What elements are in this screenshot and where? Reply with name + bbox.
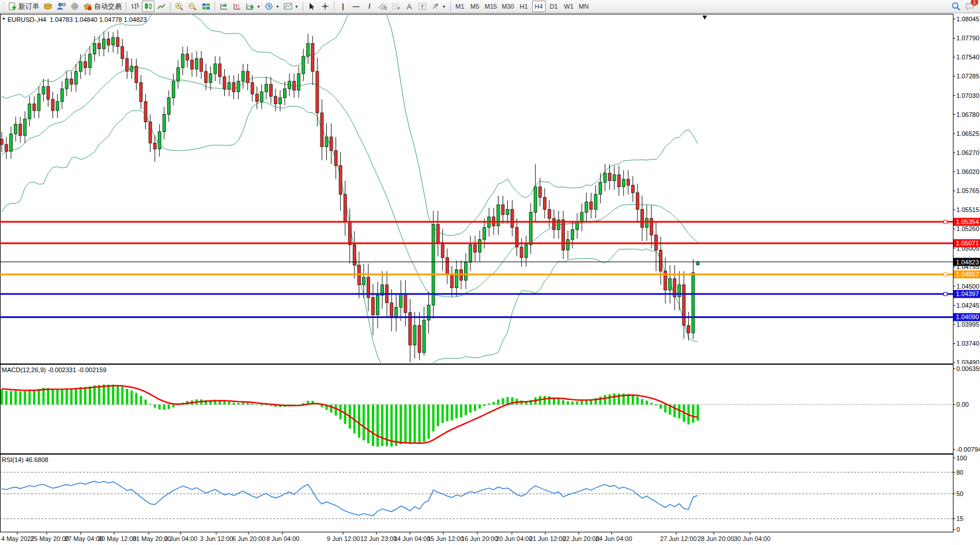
label-button[interactable]: T (416, 1, 429, 12)
svg-text:E: E (385, 6, 387, 10)
timeframe-button-m5[interactable]: M5 (468, 1, 482, 12)
periods-button[interactable]: ▼ (263, 1, 281, 12)
timeframe-button-m15[interactable]: M15 (483, 1, 499, 12)
autoscroll-button[interactable] (217, 1, 230, 12)
svg-text:0: 0 (956, 526, 960, 532)
svg-text:1.06780: 1.06780 (956, 111, 979, 118)
macd-pane[interactable]: 0.0063590.00-0.007949 (0, 364, 980, 454)
templates-icon (284, 2, 292, 10)
svg-text:100: 100 (956, 455, 967, 461)
templates-caret-icon: ▼ (295, 5, 299, 9)
chart-menu-arrow-icon[interactable]: ▼ (2, 17, 6, 21)
time-axis[interactable]: 4 May 202225 May 20:0027 May 04:0030 May… (0, 532, 980, 545)
market-watch-button[interactable] (42, 1, 54, 12)
svg-text:1.05765: 1.05765 (956, 187, 979, 194)
trendline-button[interactable]: / (363, 1, 376, 12)
periods-caret-icon: ▼ (276, 5, 280, 9)
signals-icon: @ (70, 2, 79, 10)
bar-chart-icon (131, 2, 140, 10)
timeframe-button-h1[interactable]: H1 (517, 1, 531, 12)
hline-handle[interactable] (944, 220, 947, 224)
autotrading-label: 自动交易 (94, 2, 122, 12)
new-order-button[interactable]: 新订单 (6, 1, 41, 12)
svg-text:1.03490: 1.03490 (956, 359, 979, 364)
horizontal-line-button[interactable]: — (350, 1, 363, 12)
svg-text:8 Jun 04:00: 8 Jun 04:00 (266, 535, 300, 542)
text-button[interactable]: A (403, 1, 416, 12)
svg-text:1.04397: 1.04397 (956, 290, 979, 297)
crosshair-button[interactable] (319, 1, 331, 12)
timeframe-button-m1[interactable]: M1 (453, 1, 467, 12)
search-icon (951, 2, 961, 11)
navigator-icon (56, 2, 66, 10)
svg-text:1.04090: 1.04090 (956, 313, 979, 320)
search-button[interactable] (949, 1, 963, 12)
svg-text:14 Jun 04:00: 14 Jun 04:00 (394, 535, 431, 542)
svg-text:6 Jun 20:00: 6 Jun 20:00 (232, 535, 266, 542)
svg-text:-0.007949: -0.007949 (956, 446, 980, 453)
price-chart-pane[interactable]: 1.080451.077901.075401.072851.070301.067… (0, 14, 980, 364)
signals-button[interactable]: @ (68, 1, 81, 12)
toolbar-grip (2, 2, 5, 11)
notifications-button[interactable]: 1 (963, 1, 977, 12)
tile-windows-button[interactable] (199, 1, 212, 12)
svg-text:1.04500: 1.04500 (956, 283, 979, 290)
timeframe-button-m30[interactable]: M30 (500, 1, 515, 12)
zoom-out-icon (188, 2, 197, 11)
channel-button[interactable]: E (376, 1, 389, 12)
svg-text:F: F (398, 6, 400, 10)
zoom-in-button[interactable] (173, 1, 186, 12)
svg-text:1.05354: 1.05354 (956, 218, 979, 225)
svg-text:0.006359: 0.006359 (956, 365, 980, 372)
shapes-arrows-icon (431, 2, 440, 10)
timeframe-button-h4[interactable]: H4 (532, 1, 546, 12)
autotrading-button[interactable]: 自动交易 (81, 1, 123, 12)
mt4-window: { "toolbar": { "new_order_label": "新订单",… (0, 0, 980, 545)
svg-text:24 Jun 04:00: 24 Jun 04:00 (595, 535, 632, 542)
chart-shift-button[interactable] (231, 1, 243, 12)
svg-text:1.06525: 1.06525 (956, 130, 979, 137)
vertical-line-button[interactable]: | (337, 1, 349, 12)
crosshair-icon (321, 2, 329, 10)
bar-chart-button[interactable] (129, 1, 141, 12)
svg-text:21 Jun 12:00: 21 Jun 12:00 (529, 535, 566, 542)
svg-text:4 May 2022: 4 May 2022 (1, 535, 34, 542)
svg-text:25 May 20:00: 25 May 20:00 (31, 535, 69, 542)
svg-text:9 Jun 12:00: 9 Jun 12:00 (327, 535, 360, 542)
timeframe-button-w1[interactable]: W1 (562, 1, 576, 12)
svg-text:1.07285: 1.07285 (956, 73, 979, 80)
zoom-out-button[interactable] (186, 1, 199, 12)
templates-button[interactable]: ▼ (282, 1, 300, 12)
svg-text:27 Jun 12:00: 27 Jun 12:00 (660, 535, 697, 542)
svg-text:30 May 12:00: 30 May 12:00 (98, 535, 137, 542)
timeframe-group: M1M5M15M30H1H4D1W1MN (453, 1, 591, 12)
svg-text:1.06270: 1.06270 (956, 149, 979, 156)
svg-text:1.03995: 1.03995 (956, 321, 979, 328)
autotrading-icon (83, 2, 92, 10)
navigator-button[interactable] (55, 1, 67, 12)
svg-text:1.05260: 1.05260 (956, 225, 979, 232)
line-chart-button[interactable] (155, 1, 168, 12)
timeframe-button-mn[interactable]: MN (577, 1, 591, 12)
new-order-label: 新订单 (18, 2, 39, 12)
fibonacci-button[interactable]: F (390, 1, 402, 12)
svg-text:1.05071: 1.05071 (956, 240, 979, 247)
macd-indicator-label: MACD(12,26,9) -0.002331 -0.002159 (2, 366, 107, 373)
tile-windows-icon (202, 2, 210, 10)
svg-text:22 Jun 20:00: 22 Jun 20:00 (563, 535, 600, 542)
timeframe-button-d1[interactable]: D1 (547, 1, 561, 12)
channel-icon: E (378, 2, 387, 10)
svg-text:80: 80 (956, 469, 963, 476)
svg-text:3 Jun 12:00: 3 Jun 12:00 (200, 535, 233, 542)
candlestick-button[interactable] (142, 1, 154, 12)
indicators-button[interactable]: ▼ (244, 1, 262, 12)
hline-handle[interactable] (944, 292, 947, 296)
svg-text:1.07540: 1.07540 (956, 54, 979, 60)
svg-text:1.04245: 1.04245 (956, 302, 979, 309)
shapes-button[interactable]: ▼ (429, 1, 448, 12)
hline-handle[interactable] (944, 272, 947, 276)
cursor-button[interactable] (306, 1, 318, 12)
chart-shift-marker[interactable] (703, 16, 707, 20)
zoom-in-icon (175, 2, 184, 11)
rsi-pane[interactable]: 1008050150 (0, 454, 980, 532)
